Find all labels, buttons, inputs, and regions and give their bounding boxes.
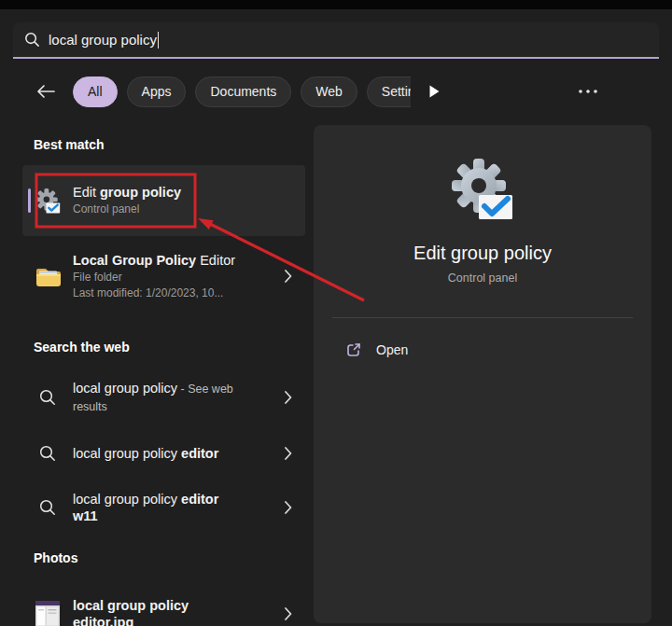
chevron-right-icon[interactable] bbox=[285, 447, 292, 460]
divider bbox=[332, 317, 633, 318]
section-heading-photos: Photos bbox=[34, 550, 77, 565]
web-search-result-2[interactable]: local group policy editor bbox=[22, 437, 305, 470]
result-title: local group policy editor.jpg bbox=[73, 597, 236, 626]
preview-subtitle: Control panel bbox=[314, 271, 651, 285]
open-action[interactable]: Open bbox=[332, 332, 633, 368]
text-caret bbox=[158, 32, 160, 49]
selection-indicator bbox=[28, 188, 31, 213]
web-search-result-3[interactable]: local group policy editor w11 bbox=[22, 481, 305, 534]
search-input[interactable]: local group policy bbox=[13, 22, 659, 59]
result-meta: Last modified: 1/20/2023, 10... bbox=[73, 286, 285, 301]
search-icon bbox=[22, 445, 73, 462]
result-local-group-policy-editor-folder[interactable]: Local Group Policy Editor File folder La… bbox=[22, 243, 305, 310]
tab-settings[interactable]: Settings bbox=[367, 77, 411, 107]
chevron-right-icon[interactable] bbox=[285, 607, 292, 620]
preview-panel: Edit group policy Control panel Open bbox=[314, 125, 651, 623]
window-top-edge bbox=[0, 0, 672, 9]
back-button[interactable] bbox=[34, 80, 58, 103]
tab-apps[interactable]: Apps bbox=[127, 77, 187, 107]
result-subtitle: Control panel bbox=[73, 202, 305, 217]
chevron-right-icon[interactable] bbox=[285, 501, 292, 514]
ellipsis-icon bbox=[578, 89, 598, 94]
result-title: Local Group Policy Editor bbox=[73, 252, 269, 269]
open-external-icon bbox=[345, 341, 362, 358]
open-label: Open bbox=[376, 342, 408, 357]
tabs-scroll-right-button[interactable] bbox=[422, 79, 446, 104]
search-icon bbox=[22, 499, 73, 516]
search-query-text: local group policy bbox=[49, 32, 157, 48]
best-match-result-edit-group-policy[interactable]: Edit group policy Control panel bbox=[22, 165, 305, 236]
section-heading-search-the-web: Search the web bbox=[34, 340, 130, 355]
section-heading-best-match: Best match bbox=[34, 137, 104, 152]
filter-tabs-bar: All Apps Documents Web Settings bbox=[0, 75, 672, 108]
web-search-result-1[interactable]: local group policy - See web results bbox=[22, 373, 305, 422]
result-title: local group policy bbox=[73, 381, 177, 396]
chevron-right-icon[interactable] bbox=[285, 391, 292, 404]
preview-title: Edit group policy bbox=[314, 243, 651, 264]
photo-result-local-group-policy-editor-jpg[interactable]: local group policy editor.jpg bbox=[22, 586, 305, 626]
result-title: local group policy editor w11 bbox=[73, 491, 236, 524]
result-subtitle: File folder bbox=[73, 271, 285, 285]
play-icon bbox=[429, 85, 440, 98]
tab-all[interactable]: All bbox=[73, 77, 118, 107]
gear-check-icon-large bbox=[452, 159, 513, 224]
tab-documents[interactable]: Documents bbox=[195, 77, 291, 107]
photo-thumbnail-icon bbox=[22, 601, 73, 626]
search-icon bbox=[24, 32, 40, 48]
chevron-right-icon[interactable] bbox=[285, 270, 292, 283]
search-icon bbox=[22, 389, 73, 406]
tab-web[interactable]: Web bbox=[301, 77, 357, 107]
result-title: local group policy editor bbox=[73, 445, 236, 462]
tab-strip: All Apps Documents Web Settings bbox=[73, 75, 411, 108]
result-title: Edit group policy bbox=[73, 184, 305, 201]
back-arrow-icon bbox=[36, 84, 55, 99]
more-options-button[interactable] bbox=[571, 78, 605, 104]
folder-icon bbox=[22, 265, 73, 288]
